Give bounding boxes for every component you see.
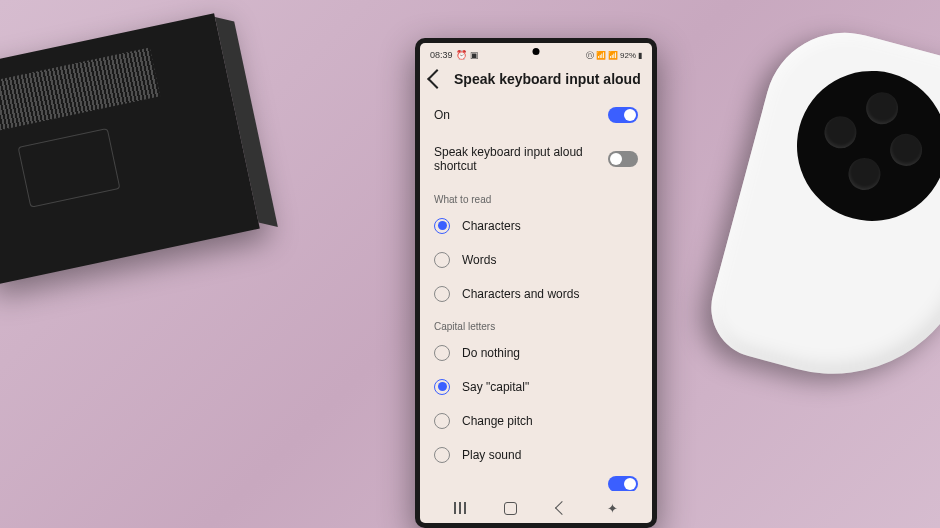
settings-list[interactable]: On Speak keyboard input aloud shortcut W…: [420, 95, 652, 491]
radio-characters[interactable]: Characters: [420, 209, 652, 243]
partial-toggle-switch[interactable]: [608, 476, 638, 491]
spen-graphic: [18, 128, 121, 208]
radio-icon[interactable]: [434, 345, 450, 361]
radio-icon[interactable]: [434, 252, 450, 268]
section-capital-letters: Capital letters: [420, 311, 652, 336]
barcode-graphic: [0, 47, 160, 133]
phone-frame: 08:39 ⏰ ▣ ⓝ 📶 📶 92% ▮ Speak keyboard inp…: [415, 38, 657, 528]
radio-label: Do nothing: [462, 346, 520, 360]
shortcut-toggle-switch[interactable]: [608, 151, 638, 167]
main-toggle-label: On: [434, 108, 608, 122]
radio-label: Change pitch: [462, 414, 533, 428]
radio-icon[interactable]: [434, 413, 450, 429]
radio-icon[interactable]: [434, 447, 450, 463]
radio-icon[interactable]: [434, 218, 450, 234]
controller-body: [700, 15, 940, 406]
page-header: Speak keyboard input aloud: [420, 65, 652, 95]
radio-characters-and-words[interactable]: Characters and words: [420, 277, 652, 311]
product-box: Galaxy S24 Ultra: [0, 13, 260, 286]
back-icon[interactable]: [427, 69, 447, 89]
battery-percent: 92%: [620, 51, 636, 60]
shortcut-toggle-label: Speak keyboard input aloud shortcut: [434, 145, 608, 174]
radio-do-nothing[interactable]: Do nothing: [420, 336, 652, 370]
game-controller: [740, 40, 940, 400]
notification-icon: ▣: [470, 50, 479, 60]
phone-screen: 08:39 ⏰ ▣ ⓝ 📶 📶 92% ▮ Speak keyboard inp…: [420, 43, 652, 523]
radio-say-capital[interactable]: Say "capital": [420, 370, 652, 404]
notification-icon: ⏰: [456, 50, 467, 60]
partial-next-row[interactable]: [420, 472, 652, 491]
status-time: 08:39: [430, 50, 453, 60]
radio-label: Say "capital": [462, 380, 529, 394]
radio-play-sound[interactable]: Play sound: [420, 438, 652, 472]
nav-home-icon[interactable]: [503, 500, 519, 516]
radio-change-pitch[interactable]: Change pitch: [420, 404, 652, 438]
radio-label: Play sound: [462, 448, 521, 462]
box-side: [215, 17, 278, 227]
radio-label: Characters: [462, 219, 521, 233]
main-toggle-switch[interactable]: [608, 107, 638, 123]
radio-label: Words: [462, 253, 496, 267]
radio-icon[interactable]: [434, 379, 450, 395]
battery-icon: ▮: [638, 51, 642, 60]
section-what-to-read: What to read: [420, 184, 652, 209]
radio-icon[interactable]: [434, 286, 450, 302]
main-toggle-row[interactable]: On: [420, 95, 652, 135]
nav-recents-icon[interactable]: [452, 500, 468, 516]
nfc-icon: ⓝ: [586, 50, 594, 61]
signal-icon: 📶: [596, 51, 606, 60]
nav-accessibility-icon[interactable]: ✦: [605, 500, 621, 516]
radio-words[interactable]: Words: [420, 243, 652, 277]
camera-cutout: [533, 48, 540, 55]
radio-label: Characters and words: [462, 287, 579, 301]
nav-back-icon[interactable]: [554, 500, 570, 516]
page-title: Speak keyboard input aloud: [454, 71, 641, 87]
shortcut-toggle-row[interactable]: Speak keyboard input aloud shortcut: [420, 135, 652, 184]
navigation-bar: ✦: [420, 491, 652, 523]
signal-icon: 📶: [608, 51, 618, 60]
